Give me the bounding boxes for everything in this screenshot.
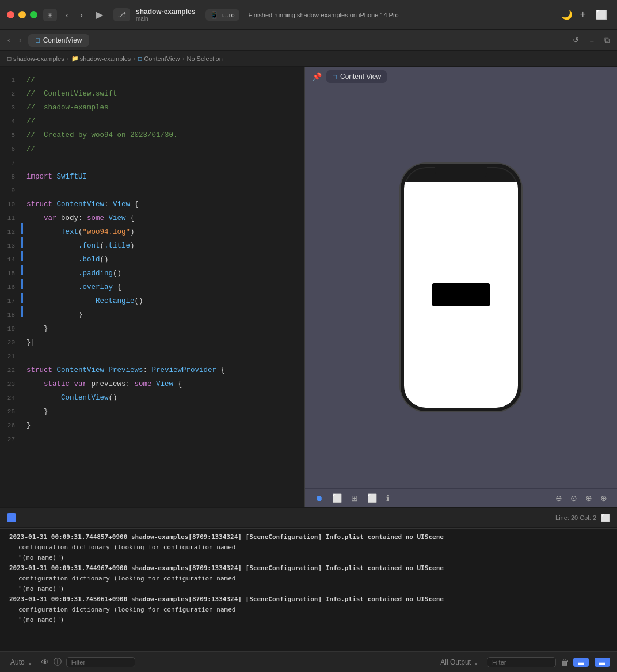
code-line-18: 18 }	[0, 306, 304, 320]
preview-zoom-controls: ⊖ ⊙ ⊕ ⊕	[553, 492, 610, 504]
code-line-15: 15 .padding()	[0, 265, 304, 279]
breadcrumb-item-2[interactable]: 📁 shadow-examples	[71, 55, 131, 62]
zoom-in-button[interactable]: ⊕	[597, 492, 610, 504]
forward-button[interactable]: ›	[77, 9, 86, 21]
iphone-content-rect	[432, 283, 490, 306]
zoom-100-button[interactable]: ⊕	[582, 492, 595, 504]
console-filter-input[interactable]	[66, 657, 135, 667]
code-line-24: 24 ContentView()	[0, 389, 304, 403]
iphone-volume-down-button	[401, 266, 402, 290]
preview-play-button[interactable]: ⏺	[312, 492, 326, 504]
source-control-button[interactable]: ⎇	[113, 8, 130, 21]
code-line-22: 22 struct ContentView_Previews: PreviewP…	[0, 362, 304, 375]
project-branch: main	[136, 16, 148, 22]
console-all-output-label: All Output	[440, 658, 471, 666]
tab-back-button[interactable]: ‹	[5, 35, 13, 45]
code-line-11: 11 var body: some View {	[0, 210, 304, 223]
code-line-23: 23 static var previews: some View {	[0, 375, 304, 389]
sidebar-toggle-button[interactable]: ⬜	[593, 8, 610, 21]
console-line-3-cont: configuration dictionary (looking for co…	[0, 605, 617, 615]
code-line-25: 25 }	[0, 403, 304, 417]
console-line-2: 2023-01-31 00:09:31.744967+0900 shadow-e…	[0, 563, 617, 574]
console-trash-button[interactable]: 🗑	[561, 658, 569, 667]
console-split-toggle-2[interactable]: ▬	[595, 658, 610, 667]
breadcrumb-label-4: No Selection	[186, 55, 222, 62]
minimize-button[interactable]	[18, 11, 26, 18]
console-line-2-cont: configuration dictionary (looking for co…	[0, 574, 617, 584]
close-button[interactable]	[7, 11, 14, 18]
preview-info-button[interactable]: ℹ	[383, 492, 392, 504]
breadcrumb-sep-2: ›	[133, 55, 135, 63]
zoom-fit-button[interactable]: ⊙	[568, 492, 580, 504]
tabbar-right: ↺ ≡ ⧉	[570, 35, 612, 46]
console-filter-input-2[interactable]	[487, 657, 556, 667]
lines-icon[interactable]: ≡	[586, 35, 597, 45]
main-split: 1 // 2 // ContentView.swift 3 // shadow-…	[0, 67, 617, 507]
code-line-6: 6 //	[0, 141, 304, 154]
preview-title-badge: ◻ Content View	[326, 70, 387, 83]
code-line-2: 2 // ContentView.swift	[0, 85, 304, 99]
status-bar: Line: 20 Col: 2 ⬜	[0, 507, 617, 528]
moon-icon: 🌙	[561, 9, 573, 20]
code-line-16: 16 .overlay {	[0, 279, 304, 293]
preview-grid-button[interactable]: ⊞	[348, 492, 361, 504]
traffic-lights	[7, 11, 37, 18]
tab-swift-icon: ◻	[35, 36, 40, 44]
preview-bottom-toolbar: ⏺ ⬜ ⊞ ⬜ ℹ ⊖ ⊙ ⊕ ⊕	[305, 488, 617, 507]
maximize-button[interactable]	[30, 11, 37, 18]
pin-button[interactable]: 📌	[312, 72, 322, 81]
preview-swift-icon: ◻	[332, 73, 337, 81]
code-line-26: 26 }	[0, 417, 304, 431]
code-line-19: 19 }	[0, 320, 304, 334]
console-toolbar-right: All Output ⌄ 🗑 ▬ ▬	[437, 657, 610, 667]
breadcrumb-label-1: shadow-examples	[13, 55, 64, 62]
add-button[interactable]: +	[577, 9, 588, 21]
breadcrumb-label-3: ContentView	[144, 55, 180, 62]
breadcrumb-icon-1: ◻	[7, 55, 12, 62]
console-split-toggle-1[interactable]: ▬	[573, 658, 589, 667]
console-eye-button[interactable]: 👁	[41, 658, 49, 667]
iphone-volume-up-button	[401, 236, 402, 260]
code-line-27: 27	[0, 431, 304, 445]
console-line-3: 2023-01-31 00:09:31.745061+0900 shadow-e…	[0, 594, 617, 605]
refresh-icon[interactable]: ↺	[570, 35, 582, 45]
tab-forward-button[interactable]: ›	[16, 35, 24, 45]
breadcrumb-item-1[interactable]: ◻ shadow-examples	[7, 55, 64, 62]
zoom-out-button[interactable]: ⊖	[553, 492, 565, 504]
breadcrumb-sep-3: ›	[182, 55, 184, 63]
console-all-output-button[interactable]: All Output ⌄	[437, 657, 482, 667]
preview-title: Content View	[340, 73, 381, 81]
run-status: Finished running shadow-examples on iPho…	[249, 12, 399, 18]
code-line-5: 5 // Created by woo94 on 2023/01/30.	[0, 127, 304, 141]
console-panel: 2023-01-31 00:09:31.744857+0900 shadow-e…	[0, 528, 617, 672]
project-name: shadow-examples	[136, 7, 195, 16]
split-view-icon[interactable]: ⧉	[601, 35, 612, 46]
preview-device-button[interactable]: ⬜	[329, 492, 345, 504]
iphone-frame	[401, 164, 521, 411]
console-auto-label: Auto	[10, 658, 25, 666]
console-auto-button[interactable]: Auto ⌄	[7, 657, 36, 667]
code-editor[interactable]: 1 // 2 // ContentView.swift 3 // shadow-…	[0, 67, 305, 507]
run-button[interactable]: ▶	[92, 8, 108, 21]
console-all-output-chevron: ⌄	[473, 658, 479, 666]
code-line-8: 8 import SwiftUI	[0, 168, 304, 182]
console-auto-chevron: ⌄	[27, 658, 33, 666]
back-button[interactable]: ‹	[63, 9, 71, 21]
console-toolbar: Auto ⌄ 👁 ⓘ All Output ⌄ 🗑 ▬ ▬	[0, 651, 617, 672]
preview-toolbar: 📌 ◻ Content View	[305, 67, 617, 86]
code-line-4: 4 //	[0, 113, 304, 127]
iphone-notch	[435, 167, 487, 182]
breadcrumb-item-4[interactable]: No Selection	[186, 55, 222, 62]
tabbar: ‹ › ◻ ContentView ↺ ≡ ⧉	[0, 30, 617, 51]
status-expand-button[interactable]: ⬜	[601, 514, 610, 522]
preview-duplex-button[interactable]: ⬜	[364, 492, 380, 504]
tab-contentview[interactable]: ◻ ContentView	[28, 34, 89, 47]
console-line-1-cont2: "(no name)")	[0, 553, 617, 563]
breadcrumb-sep-1: ›	[67, 55, 69, 63]
iphone-mute-button	[401, 213, 402, 229]
console-output: 2023-01-31 00:09:31.744857+0900 shadow-e…	[0, 529, 617, 651]
breadcrumb-item-3[interactable]: ◻ ContentView	[138, 55, 180, 62]
scheme-selector[interactable]: 📱 i…ro	[205, 9, 239, 21]
console-info-button[interactable]: ⓘ	[54, 657, 62, 667]
layout-toggle-button[interactable]: ⊞	[43, 9, 57, 21]
